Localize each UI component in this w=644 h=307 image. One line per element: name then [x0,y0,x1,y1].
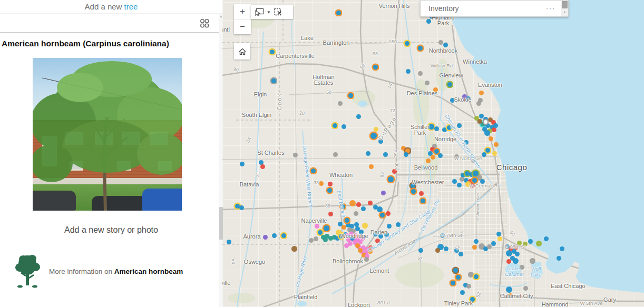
sidebar-scrollbar-thumb[interactable] [219,207,223,240]
tree-point[interactable] [506,250,512,256]
tree-point[interactable] [378,234,383,239]
tree-point[interactable] [487,244,492,249]
tree-point[interactable] [396,222,401,227]
tree-point[interactable] [457,123,462,128]
tree-point[interactable] [523,286,528,291]
tree-point[interactable] [368,245,373,250]
tree-point[interactable] [392,169,397,174]
tree-point[interactable] [419,191,424,196]
tree-point[interactable] [411,189,416,194]
tree-point[interactable] [528,239,533,244]
tree-point[interactable] [457,183,462,187]
tree-point[interactable] [506,286,512,293]
tree-point[interactable] [383,152,388,157]
tree-point[interactable] [384,232,389,237]
select-tool-chevron-icon[interactable]: ▼ [267,10,271,15]
tree-point[interactable] [323,237,328,242]
tree-point[interactable] [491,241,496,246]
tree-point[interactable] [530,258,535,264]
tree-point[interactable] [560,246,564,251]
tree-point[interactable] [315,224,319,229]
tree-point[interactable] [492,151,497,156]
tree-point[interactable] [435,248,440,253]
tree-point[interactable] [496,232,501,236]
tree-point[interactable] [344,243,349,248]
select-tool-icon[interactable] [254,8,264,17]
tree-point[interactable] [362,223,368,229]
tree-point[interactable] [380,213,385,217]
tree-point[interactable] [466,284,471,289]
tree-point[interactable] [333,152,338,157]
inventory-scroll-down-icon[interactable]: ▾ [561,10,568,14]
tree-point[interactable] [366,151,370,156]
tree-point[interactable] [557,256,561,261]
inventory-panel[interactable]: Inventory ··· ▾ [420,0,569,17]
ellipsis-menu-icon[interactable]: ··· [546,5,561,12]
tree-point[interactable] [470,183,475,188]
tree-point[interactable] [418,46,423,51]
tree-point[interactable] [318,230,323,235]
tree-point[interactable] [239,205,244,210]
tree-point[interactable] [341,124,346,129]
tree-point[interactable] [451,281,455,285]
tree-point[interactable] [460,290,465,295]
tree-point[interactable] [447,125,452,130]
tree-point[interactable] [406,69,411,74]
tree-point[interactable] [240,162,245,166]
tree-point[interactable] [468,272,474,278]
zoom-in-button[interactable]: + [234,4,251,19]
tree-point[interactable] [479,114,484,118]
tree-point[interactable] [479,91,484,95]
tree-point[interactable] [350,236,355,241]
tree-point[interactable] [476,101,481,106]
tree-point[interactable] [418,71,423,76]
tree-point[interactable] [443,43,448,47]
tree-point[interactable] [497,236,502,241]
tree-point[interactable] [370,133,377,139]
tree-point[interactable] [260,164,265,169]
tree-point[interactable] [328,212,333,216]
tree-point[interactable] [368,201,373,205]
tree-point[interactable] [345,218,349,223]
tree-point[interactable] [474,274,479,279]
home-button[interactable] [234,43,250,60]
tree-point[interactable] [401,146,406,151]
tree-point[interactable] [378,139,383,144]
tree-point[interactable] [513,258,519,264]
tree-point[interactable] [438,40,443,45]
tree-point[interactable] [386,211,391,216]
tree-point[interactable] [431,155,435,160]
tree-point[interactable] [450,98,455,103]
tree-point[interactable] [453,268,458,273]
tree-point[interactable] [492,127,496,132]
tree-point[interactable] [311,169,316,173]
tree-point[interactable] [520,265,524,270]
tree-point[interactable] [506,259,511,264]
tree-point[interactable] [291,246,297,252]
tree-point[interactable] [333,123,337,128]
tree-point[interactable] [374,127,378,132]
tree-point[interactable] [359,230,364,234]
add-tree-link[interactable]: tree [124,2,138,11]
clear-selection-icon[interactable] [274,8,283,17]
tree-point[interactable] [319,181,324,186]
tree-point[interactable] [442,127,447,132]
tree-point[interactable] [375,239,380,243]
tree-point[interactable] [356,114,361,119]
tree-point[interactable] [426,159,431,163]
tree-point[interactable] [494,142,499,147]
tree-photo[interactable] [33,58,182,211]
tree-point[interactable] [338,101,343,106]
tree-point[interactable] [474,239,479,244]
tree-point[interactable] [438,153,443,158]
tree-point[interactable] [418,248,423,253]
tree-point[interactable] [433,87,438,92]
tree-point[interactable] [426,19,431,24]
tree-point[interactable] [405,41,409,46]
tree-point[interactable] [447,82,452,87]
sidebar-scrollbar[interactable]: ▲ [219,14,222,307]
tree-point[interactable] [356,202,361,207]
tree-point[interactable] [327,188,332,193]
tree-point[interactable] [493,123,498,128]
tree-point[interactable] [454,248,459,253]
